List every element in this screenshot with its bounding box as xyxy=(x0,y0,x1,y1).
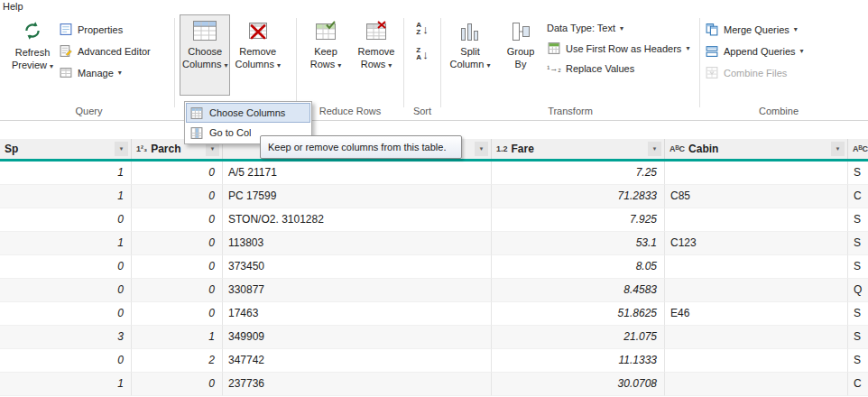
tooltip: Keep or remove columns from this table. xyxy=(260,135,462,159)
cell-embarked[interactable]: S xyxy=(848,326,868,349)
sort-az-icon: AZ xyxy=(416,22,421,36)
cell-embarked[interactable]: Q xyxy=(848,279,868,302)
filter-button[interactable]: ▼ xyxy=(115,142,128,156)
cell-sibsp[interactable]: 1 xyxy=(0,185,132,208)
cell-parch[interactable]: 0 xyxy=(132,185,223,208)
caret-down-icon: ▾ xyxy=(486,61,490,69)
table-row: 1 0 113803 53.1 C123 S xyxy=(0,232,868,255)
cell-sibsp[interactable]: 0 xyxy=(0,208,132,232)
cell-parch[interactable]: 0 xyxy=(132,232,223,255)
cell-fare[interactable]: 51.8625 xyxy=(492,302,665,326)
cell-ticket[interactable]: STON/O2. 3101282 xyxy=(223,208,492,232)
data-type-button[interactable]: Data Type: Text ▾ xyxy=(547,23,689,33)
cell-cabin[interactable] xyxy=(665,208,848,232)
refresh-icon xyxy=(23,21,42,41)
cell-sibsp[interactable]: 3 xyxy=(0,326,132,349)
keep-rows-button[interactable]: Keep Rows ▾ xyxy=(301,14,350,96)
cell-ticket[interactable]: 113803 xyxy=(223,232,492,255)
cell-parch[interactable]: 0 xyxy=(132,162,223,185)
cell-parch[interactable]: 0 xyxy=(132,302,223,326)
cell-ticket[interactable]: PC 17599 xyxy=(223,185,492,208)
menu-item-choose-columns[interactable]: Choose Columns xyxy=(186,103,310,123)
filter-button[interactable]: ▼ xyxy=(648,142,661,156)
cell-fare[interactable]: 30.0708 xyxy=(492,373,665,396)
cell-cabin[interactable]: E46 xyxy=(665,302,848,326)
cell-ticket[interactable]: 349909 xyxy=(223,326,492,349)
use-first-row-as-headers-button[interactable]: Use First Row as Headers ▾ xyxy=(547,42,689,55)
cell-embarked[interactable]: S xyxy=(848,302,868,326)
filter-button[interactable]: ▼ xyxy=(831,142,845,156)
remove-rows-button[interactable]: Remove Rows ▾ xyxy=(352,14,401,96)
choose-columns-menu-icon xyxy=(189,106,204,120)
cell-sibsp[interactable]: 0 xyxy=(0,302,132,326)
column-header-embarked[interactable]: AᴮC xyxy=(848,139,868,159)
power-query-editor-window: Help Refresh Preview ▾ xyxy=(0,0,868,397)
filter-button[interactable]: ▼ xyxy=(475,142,488,156)
cell-fare[interactable]: 7.25 xyxy=(492,162,665,185)
cell-fare[interactable]: 7.925 xyxy=(492,208,665,232)
refresh-preview-button[interactable]: Refresh Preview ▾ xyxy=(8,14,57,96)
cell-embarked[interactable]: S xyxy=(848,208,868,232)
cell-sibsp[interactable]: 0 xyxy=(0,349,132,373)
cell-embarked[interactable]: C xyxy=(848,185,868,208)
column-header-cabin[interactable]: AᴮC Cabin ▼ xyxy=(665,139,848,159)
cell-cabin[interactable] xyxy=(665,373,848,396)
cell-embarked[interactable]: S xyxy=(848,349,868,373)
cell-fare[interactable]: 8.05 xyxy=(492,255,665,279)
cell-parch[interactable]: 1 xyxy=(132,326,223,349)
cell-parch[interactable]: 2 xyxy=(132,349,223,373)
cell-parch[interactable]: 0 xyxy=(132,373,223,396)
remove-columns-button[interactable]: Remove Columns ▾ xyxy=(232,14,282,96)
cell-sibsp[interactable]: 1 xyxy=(0,232,132,255)
cell-parch[interactable]: 0 xyxy=(132,279,223,302)
cell-fare[interactable]: 53.1 xyxy=(492,232,665,255)
cell-fare[interactable]: 8.4583 xyxy=(492,279,665,302)
choose-columns-button[interactable]: Choose Columns ▾ xyxy=(180,14,230,96)
cell-sibsp[interactable]: 0 xyxy=(0,255,132,279)
sort-descending-button[interactable]: ZA ↓ xyxy=(416,47,428,61)
cell-cabin[interactable] xyxy=(665,279,848,302)
cell-embarked[interactable]: S xyxy=(848,232,868,255)
column-header-sibsp[interactable]: Sp ▼ xyxy=(0,139,132,159)
cell-parch[interactable]: 0 xyxy=(132,255,223,279)
cell-ticket[interactable]: 330877 xyxy=(223,279,492,302)
group-label-sort: Sort xyxy=(406,106,439,120)
cell-cabin[interactable]: C85 xyxy=(665,185,848,208)
manage-button[interactable]: Manage ▾ xyxy=(59,66,151,79)
properties-button[interactable]: Properties xyxy=(59,23,151,36)
manage-icon xyxy=(59,66,73,79)
cell-cabin[interactable] xyxy=(665,326,848,349)
cell-sibsp[interactable]: 0 xyxy=(0,279,132,302)
cell-embarked[interactable]: S xyxy=(848,255,868,279)
combine-files-icon xyxy=(705,66,719,79)
replace-values-button[interactable]: ¹→₂ Replace Values xyxy=(547,63,689,74)
cell-parch[interactable]: 0 xyxy=(132,208,223,232)
menu-tab-help[interactable]: Help xyxy=(3,1,23,12)
cell-embarked[interactable]: C xyxy=(848,373,868,396)
sort-ascending-button[interactable]: AZ ↓ xyxy=(416,22,428,36)
filter-arrow-icon: ▼ xyxy=(652,146,658,152)
merge-queries-button[interactable]: Merge Queries ▾ xyxy=(705,23,804,36)
cell-cabin[interactable]: C123 xyxy=(665,232,848,255)
cell-ticket[interactable]: 373450 xyxy=(223,255,492,279)
table-row: 1 0 A/5 21171 7.25 S xyxy=(0,162,868,185)
cell-cabin[interactable] xyxy=(665,349,848,373)
cell-fare[interactable]: 71.2833 xyxy=(492,185,665,208)
column-header-fare[interactable]: 1.2 Fare ▼ xyxy=(492,139,665,159)
cell-ticket[interactable]: 347742 xyxy=(223,349,492,373)
cell-ticket[interactable]: A/5 21171 xyxy=(223,162,492,185)
cell-cabin[interactable] xyxy=(665,255,848,279)
cell-sibsp[interactable]: 1 xyxy=(0,373,132,396)
split-column-button[interactable]: Split Column ▾ xyxy=(446,14,494,96)
caret-down-icon: ▾ xyxy=(118,69,122,77)
append-queries-button[interactable]: Append Queries ▾ xyxy=(705,44,804,58)
cell-fare[interactable]: 11.1333 xyxy=(492,349,665,373)
cell-sibsp[interactable]: 1 xyxy=(0,162,132,185)
cell-fare[interactable]: 21.075 xyxy=(492,326,665,349)
group-by-button[interactable]: Group By xyxy=(496,14,545,96)
cell-ticket[interactable]: 17463 xyxy=(223,302,492,326)
cell-cabin[interactable] xyxy=(665,162,848,185)
cell-embarked[interactable]: S xyxy=(848,162,868,185)
advanced-editor-button[interactable]: Advanced Editor xyxy=(59,44,151,58)
cell-ticket[interactable]: 237736 xyxy=(223,373,492,396)
